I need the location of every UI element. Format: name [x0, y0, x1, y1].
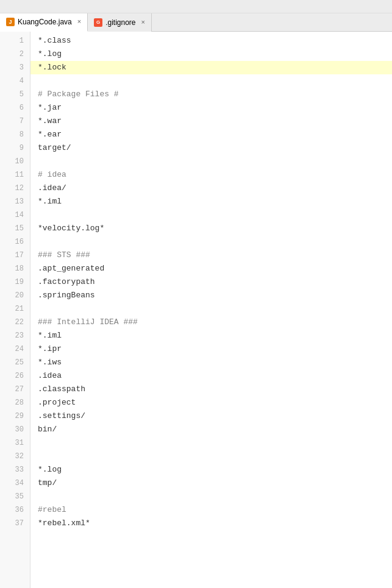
code-content[interactable]: *.class*.log*.lock # Package Files #*.ja… [30, 32, 392, 588]
line-number-16: 16 [0, 235, 30, 249]
code-line-34: tmp/ [30, 476, 392, 490]
line-number-18: 18 [0, 262, 30, 275]
tab-label-kuangcode: KuangCode.java [18, 18, 72, 26]
line-number-17: 17 [0, 249, 30, 262]
line-number-36: 36 [0, 503, 30, 517]
code-line-27: .classpath [30, 383, 392, 396]
tab-bar: JKuangCode.java×G.gitignore× [0, 13, 392, 32]
line-number-37: 37 [0, 517, 30, 530]
line-number-35: 35 [0, 490, 30, 503]
line-number-5: 5 [0, 88, 30, 101]
code-line-33: *.log [30, 463, 392, 476]
code-line-6: *.jar [30, 101, 392, 115]
editor-container: JKuangCode.java×G.gitignore× 12345678910… [0, 0, 392, 588]
code-line-21 [30, 302, 392, 316]
code-area: 1234567891011121314151617181920212223242… [0, 32, 392, 588]
line-number-6: 6 [0, 101, 30, 115]
line-number-13: 13 [0, 195, 30, 208]
java-icon: J [6, 18, 15, 26]
code-line-4 [30, 74, 392, 88]
code-line-14 [30, 208, 392, 222]
code-line-35 [30, 490, 392, 503]
code-line-31 [30, 436, 392, 450]
line-number-12: 12 [0, 182, 30, 195]
line-number-3: 3 [0, 61, 30, 74]
code-line-8: *.ear [30, 128, 392, 141]
code-line-30: bin/ [30, 423, 392, 436]
top-bar [0, 0, 392, 13]
code-line-26: .idea [30, 369, 392, 383]
line-number-33: 33 [0, 463, 30, 476]
code-line-18: .apt_generated [30, 262, 392, 275]
line-number-25: 25 [0, 356, 30, 369]
code-line-11: # idea [30, 168, 392, 182]
code-line-13: *.iml [30, 195, 392, 208]
line-number-8: 8 [0, 128, 30, 141]
code-line-36: #rebel [30, 503, 392, 517]
line-number-34: 34 [0, 476, 30, 490]
line-number-15: 15 [0, 222, 30, 235]
line-number-32: 32 [0, 450, 30, 463]
line-number-11: 11 [0, 168, 30, 182]
line-number-24: 24 [0, 342, 30, 356]
line-number-19: 19 [0, 275, 30, 289]
line-number-10: 10 [0, 155, 30, 168]
code-line-3: *.lock [30, 61, 392, 74]
line-number-31: 31 [0, 436, 30, 450]
line-number-14: 14 [0, 208, 30, 222]
line-number-29: 29 [0, 409, 30, 423]
code-line-12: .idea/ [30, 182, 392, 195]
code-line-15: *velocity.log* [30, 222, 392, 235]
line-number-9: 9 [0, 141, 30, 155]
line-number-26: 26 [0, 369, 30, 383]
tab-label-gitignore: .gitignore [105, 18, 135, 27]
code-line-25: *.iws [30, 356, 392, 369]
line-number-7: 7 [0, 115, 30, 128]
code-line-17: ### STS ### [30, 249, 392, 262]
code-line-5: # Package Files # [30, 88, 392, 101]
git-icon: G [94, 18, 102, 27]
code-line-24: *.ipr [30, 342, 392, 356]
tab-close-kuangcode[interactable]: × [77, 18, 81, 25]
line-number-2: 2 [0, 48, 30, 61]
line-number-28: 28 [0, 396, 30, 409]
tab-close-gitignore[interactable]: × [141, 19, 145, 26]
line-number-1: 1 [0, 34, 30, 48]
tab-gitignore[interactable]: G.gitignore× [88, 13, 152, 32]
code-line-37: *rebel.xml* [30, 517, 392, 530]
line-number-4: 4 [0, 74, 30, 88]
code-line-19: .factorypath [30, 275, 392, 289]
code-line-1: *.class [30, 34, 392, 48]
code-line-7: *.war [30, 115, 392, 128]
code-line-22: ### IntelliJ IDEA ### [30, 316, 392, 329]
line-number-30: 30 [0, 423, 30, 436]
code-line-23: *.iml [30, 329, 392, 342]
code-line-9: target/ [30, 141, 392, 155]
line-numbers: 1234567891011121314151617181920212223242… [0, 32, 30, 588]
line-number-27: 27 [0, 383, 30, 396]
code-line-32 [30, 450, 392, 463]
code-line-28: .project [30, 396, 392, 409]
code-line-10 [30, 155, 392, 168]
tab-kuangcode[interactable]: JKuangCode.java× [0, 13, 88, 32]
line-number-22: 22 [0, 316, 30, 329]
line-number-20: 20 [0, 289, 30, 302]
code-line-2: *.log [30, 48, 392, 61]
code-line-16 [30, 235, 392, 249]
code-line-29: .settings/ [30, 409, 392, 423]
line-number-21: 21 [0, 302, 30, 316]
line-number-23: 23 [0, 329, 30, 342]
code-line-20: .springBeans [30, 289, 392, 302]
